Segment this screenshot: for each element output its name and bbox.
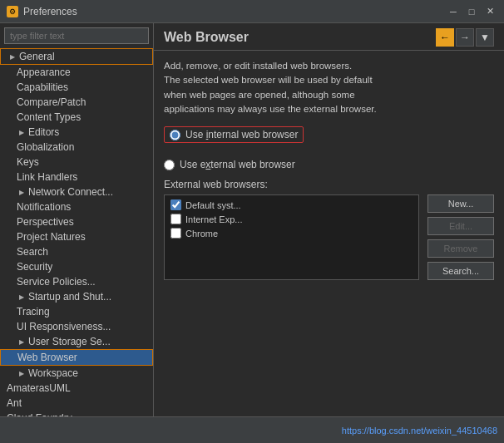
sidebar: General Appearance Capabilities Compare/… bbox=[0, 23, 154, 416]
description-text: Add, remove, or edit installed web brows… bbox=[164, 59, 494, 116]
close-button[interactable]: ✕ bbox=[482, 4, 497, 19]
sidebar-tree: General Appearance Capabilities Compare/… bbox=[0, 48, 153, 416]
back-button[interactable]: ← bbox=[436, 28, 454, 47]
arrow-icon-network bbox=[17, 187, 27, 197]
dropdown-button[interactable]: ▼ bbox=[476, 28, 494, 47]
sidebar-item-service-policies[interactable]: Service Policies... bbox=[0, 274, 153, 289]
sidebar-label-startup-shut: Startup and Shut... bbox=[28, 291, 111, 303]
sidebar-label-tracing: Tracing bbox=[17, 306, 50, 317]
arrow-icon-general bbox=[7, 52, 17, 62]
sidebar-label-security: Security bbox=[17, 261, 52, 273]
sidebar-label-amaterasUML: AmaterasUML bbox=[7, 382, 71, 394]
sidebar-label-link-handlers: Link Handlers bbox=[17, 171, 77, 183]
sidebar-label-cloud-foundry: Cloud Foundry bbox=[7, 412, 72, 416]
sidebar-label-appearance: Appearance bbox=[17, 66, 71, 78]
radio-external[interactable] bbox=[164, 160, 175, 170]
sidebar-item-perspectives[interactable]: Perspectives bbox=[0, 214, 153, 229]
sidebar-item-notifications[interactable]: Notifications bbox=[0, 199, 153, 214]
search-button[interactable]: Search... bbox=[427, 262, 494, 280]
window-title: Preferences bbox=[23, 6, 446, 17]
arrow-icon-workspace bbox=[17, 368, 27, 378]
sidebar-item-web-browser[interactable]: Web Browser bbox=[0, 349, 153, 366]
list-item[interactable]: Chrome bbox=[167, 226, 416, 240]
radio-external-label: Use external web browser bbox=[180, 159, 295, 170]
content-area: Web Browser ← → ▼ Add, remove, or edit i… bbox=[154, 23, 504, 416]
sidebar-item-security[interactable]: Security bbox=[0, 259, 153, 274]
content-body: Add, remove, or edit installed web brows… bbox=[154, 51, 504, 416]
arrow-icon-editors bbox=[17, 127, 27, 137]
radio-external-option[interactable]: Use external web browser bbox=[164, 159, 494, 170]
browser-checkbox-default[interactable] bbox=[170, 199, 181, 210]
radio-internal-option[interactable]: Use internal web browser bbox=[164, 126, 304, 143]
sidebar-item-content-types[interactable]: Content Types bbox=[0, 110, 153, 125]
sidebar-item-ui-responsiveness[interactable]: UI Responsiveness... bbox=[0, 319, 153, 334]
minimize-button[interactable]: ─ bbox=[446, 4, 461, 19]
sidebar-item-tracing[interactable]: Tracing bbox=[0, 304, 153, 319]
content-title: Web Browser bbox=[164, 30, 249, 45]
list-item[interactable]: Internet Exp... bbox=[167, 212, 416, 226]
bottom-link[interactable]: https://blog.csdn.net/weixin_44510468 bbox=[342, 426, 497, 436]
remove-button[interactable]: Remove bbox=[427, 239, 494, 258]
sidebar-label-notifications: Notifications bbox=[17, 201, 71, 213]
sidebar-label-editors: Editors bbox=[28, 126, 59, 138]
sidebar-item-network-connect[interactable]: Network Connect... bbox=[0, 185, 153, 199]
browser-label-ie: Internet Exp... bbox=[185, 214, 242, 224]
sidebar-label-user-storage: User Storage Se... bbox=[28, 336, 111, 347]
content-header: Web Browser ← → ▼ bbox=[154, 23, 504, 51]
sidebar-label-content-types: Content Types bbox=[17, 111, 81, 123]
sidebar-label-keys: Keys bbox=[17, 156, 39, 168]
sidebar-item-cloud-foundry[interactable]: Cloud Foundry bbox=[0, 411, 153, 416]
app-icon: ⚙ bbox=[7, 6, 18, 17]
arrow-icon-startup bbox=[17, 292, 27, 302]
main-layout: General Appearance Capabilities Compare/… bbox=[0, 23, 504, 416]
sidebar-label-project-natures: Project Natures bbox=[17, 231, 86, 243]
sidebar-label-perspectives: Perspectives bbox=[17, 216, 74, 228]
sidebar-item-editors[interactable]: Editors bbox=[0, 125, 153, 140]
browsers-buttons: New... Edit... Remove Search... bbox=[427, 194, 494, 280]
browser-label-chrome: Chrome bbox=[185, 229, 218, 239]
new-button[interactable]: New... bbox=[427, 194, 494, 213]
sidebar-label-service-policies: Service Policies... bbox=[17, 276, 96, 288]
sidebar-item-keys[interactable]: Keys bbox=[0, 155, 153, 170]
sidebar-label-search: Search bbox=[17, 246, 48, 258]
sidebar-label-network-connect: Network Connect... bbox=[28, 186, 113, 198]
sidebar-label-compare-patch: Compare/Patch bbox=[17, 96, 86, 108]
radio-internal[interactable] bbox=[170, 130, 180, 140]
arrow-icon-user-storage bbox=[17, 337, 27, 347]
browser-checkbox-chrome[interactable] bbox=[170, 228, 181, 239]
sidebar-item-startup-shut[interactable]: Startup and Shut... bbox=[0, 289, 153, 304]
external-browsers-label: External web browsers: bbox=[164, 179, 494, 190]
sidebar-label-ant: Ant bbox=[7, 397, 22, 409]
maximize-button[interactable]: □ bbox=[464, 4, 479, 19]
title-bar-controls: ─ □ ✕ bbox=[446, 4, 497, 19]
sidebar-item-user-storage[interactable]: User Storage Se... bbox=[0, 334, 153, 349]
sidebar-item-ant[interactable]: Ant bbox=[0, 396, 153, 411]
sidebar-item-general[interactable]: General bbox=[0, 48, 153, 65]
sidebar-item-project-natures[interactable]: Project Natures bbox=[0, 229, 153, 244]
sidebar-label-workspace: Workspace bbox=[28, 367, 78, 379]
list-item[interactable]: Default syst... bbox=[167, 198, 416, 212]
header-icons: ← → ▼ bbox=[436, 28, 494, 47]
edit-button[interactable]: Edit... bbox=[427, 217, 494, 235]
sidebar-item-capabilities[interactable]: Capabilities bbox=[0, 80, 153, 95]
browser-checkbox-ie[interactable] bbox=[170, 214, 181, 224]
sidebar-label-general: General bbox=[19, 51, 55, 62]
sidebar-item-compare-patch[interactable]: Compare/Patch bbox=[0, 95, 153, 110]
sidebar-label-globalization: Globalization bbox=[17, 141, 74, 153]
radio-internal-label: Use internal web browser bbox=[185, 129, 298, 140]
forward-button[interactable]: → bbox=[456, 28, 474, 47]
browsers-list: Default syst... Internet Exp... Chrome bbox=[164, 194, 419, 280]
filter-input[interactable] bbox=[4, 27, 149, 44]
title-bar: ⚙ Preferences ─ □ ✕ bbox=[0, 0, 504, 23]
sidebar-item-link-handlers[interactable]: Link Handlers bbox=[0, 170, 153, 185]
browser-label-default: Default syst... bbox=[185, 200, 241, 210]
sidebar-item-workspace[interactable]: Workspace bbox=[0, 366, 153, 381]
sidebar-item-amaterasUML[interactable]: AmaterasUML bbox=[0, 381, 153, 396]
sidebar-label-ui-responsiveness: UI Responsiveness... bbox=[17, 321, 111, 332]
bottom-bar: https://blog.csdn.net/weixin_44510468 bbox=[0, 416, 504, 443]
sidebar-label-capabilities: Capabilities bbox=[17, 81, 68, 93]
browsers-area: Default syst... Internet Exp... Chrome N… bbox=[164, 194, 494, 280]
sidebar-item-appearance[interactable]: Appearance bbox=[0, 65, 153, 80]
sidebar-item-search[interactable]: Search bbox=[0, 244, 153, 259]
sidebar-item-globalization[interactable]: Globalization bbox=[0, 140, 153, 155]
